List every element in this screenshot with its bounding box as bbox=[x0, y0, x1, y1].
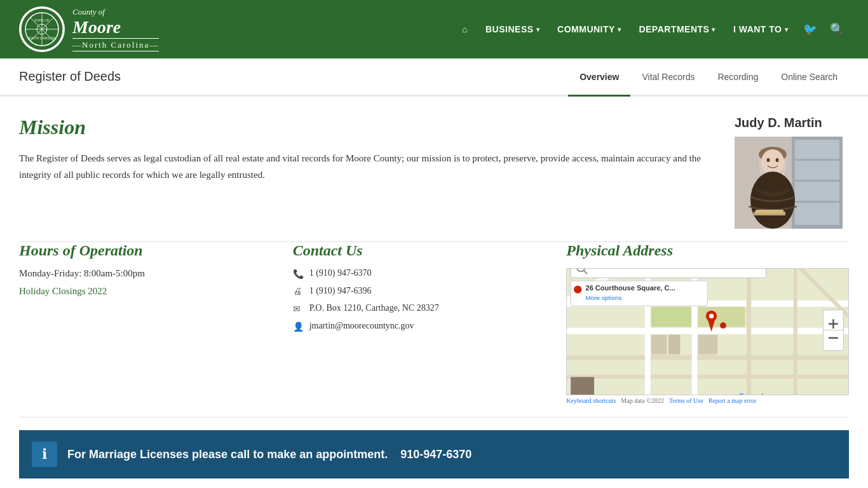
map-container[interactable]: 26 Courthouse Square, C... More options … bbox=[566, 268, 849, 395]
contact-address: ✉ P.O. Box 1210, Carthage, NC 28327 bbox=[293, 303, 529, 315]
svg-text:o: o bbox=[750, 392, 755, 395]
nav-i-want-to[interactable]: I WANT TO ▾ bbox=[726, 19, 796, 39]
twitter-icon[interactable]: 🐦 bbox=[798, 17, 822, 41]
main-nav: ⌂ BUSINESS ▾ COMMUNITY ▾ DEPARTMENTS ▾ I… bbox=[454, 17, 849, 41]
svg-text:More options: More options bbox=[586, 294, 622, 301]
svg-rect-39 bbox=[571, 269, 766, 278]
departments-caret: ▾ bbox=[712, 26, 715, 33]
svg-rect-37 bbox=[668, 335, 680, 355]
hours-section: Hours of Operation Monday-Friday: 8:00am… bbox=[19, 242, 274, 404]
hours-schedule: Monday-Friday: 8:00am-5:00pm bbox=[19, 268, 255, 279]
svg-point-49 bbox=[720, 322, 726, 329]
svg-point-18 bbox=[767, 158, 770, 162]
nav-home[interactable]: ⌂ bbox=[454, 19, 475, 39]
sub-tabs: Overview Vital Records Recording Online … bbox=[568, 59, 849, 95]
phone-icon: 📞 bbox=[293, 269, 303, 280]
svg-rect-11 bbox=[795, 140, 839, 159]
main-content: Mission The Register of Deeds serves as … bbox=[0, 97, 868, 241]
hours-title: Hours of Operation bbox=[19, 242, 255, 259]
svg-rect-61 bbox=[571, 377, 594, 395]
map-footer: Keyboard shortcuts Map data ©2022 Terms … bbox=[566, 397, 849, 404]
contact-phone: 📞 1 (910) 947-6370 bbox=[293, 268, 529, 280]
banner-text: For Marriage Licenses please call to mak… bbox=[67, 448, 388, 461]
svg-point-43 bbox=[574, 285, 581, 293]
mission-body: The Register of Deeds serves as legal cu… bbox=[19, 151, 709, 183]
tab-recording[interactable]: Recording bbox=[706, 59, 770, 97]
mail-icon: ✉ bbox=[293, 304, 303, 315]
physical-section: Physical Address bbox=[547, 242, 849, 404]
user-icon: 👤 bbox=[293, 322, 303, 332]
banner-icon: ℹ bbox=[32, 442, 57, 467]
holiday-link[interactable]: Holiday Closings 2022 bbox=[19, 286, 107, 296]
logo-area[interactable]: STATE OF NORTH CAROLINA County of Moore … bbox=[19, 6, 159, 52]
logo-circle: STATE OF NORTH CAROLINA bbox=[19, 6, 65, 52]
logo-text: County of Moore —North Carolina— bbox=[72, 7, 159, 52]
svg-text:g: g bbox=[756, 392, 761, 395]
svg-rect-27 bbox=[567, 375, 848, 379]
svg-text:STATE OF: STATE OF bbox=[34, 18, 50, 22]
home-icon: ⌂ bbox=[462, 24, 468, 34]
svg-rect-12 bbox=[795, 161, 839, 180]
svg-rect-26 bbox=[567, 355, 848, 360]
contact-fax: 🖨 1 (910) 947-6396 bbox=[293, 286, 529, 297]
svg-text:l: l bbox=[761, 392, 763, 395]
svg-rect-30 bbox=[747, 269, 751, 395]
business-caret: ▾ bbox=[536, 26, 540, 33]
svg-text:NORTH CAROLINA: NORTH CAROLINA bbox=[28, 36, 57, 40]
svg-point-19 bbox=[776, 158, 779, 162]
site-header: STATE OF NORTH CAROLINA County of Moore … bbox=[0, 0, 868, 58]
contact-title: Contact Us bbox=[293, 242, 529, 259]
banner-phone: 910-947-6370 bbox=[400, 448, 471, 461]
nav-business[interactable]: BUSINESS ▾ bbox=[478, 19, 547, 39]
info-icon: ℹ bbox=[42, 446, 47, 463]
content-left: Mission The Register of Deeds serves as … bbox=[19, 116, 709, 229]
contact-email: 👤 jmartin@moorecountync.gov bbox=[293, 321, 529, 332]
svg-rect-31 bbox=[794, 269, 797, 395]
tab-online-search[interactable]: Online Search bbox=[770, 59, 849, 97]
nav-community[interactable]: COMMUNITY ▾ bbox=[550, 19, 628, 39]
physical-title: Physical Address bbox=[566, 242, 849, 259]
svg-rect-25 bbox=[567, 328, 848, 334]
svg-rect-36 bbox=[651, 335, 667, 355]
official-photo bbox=[735, 137, 843, 229]
official-name: Judy D. Martin bbox=[735, 116, 849, 130]
svg-text:26 Courthouse Square, C...: 26 Courthouse Square, C... bbox=[586, 284, 675, 292]
contact-section: Contact Us 📞 1 (910) 947-6370 🖨 1 (910) … bbox=[274, 242, 548, 404]
bottom-divider bbox=[19, 417, 849, 417]
page-title: Register of Deeds bbox=[19, 59, 121, 94]
svg-rect-34 bbox=[651, 307, 691, 327]
tab-overview[interactable]: Overview bbox=[568, 59, 630, 97]
iwantto-caret: ▾ bbox=[785, 26, 789, 33]
svg-rect-14 bbox=[795, 203, 839, 225]
nav-departments[interactable]: DEPARTMENTS ▾ bbox=[631, 19, 723, 39]
community-caret: ▾ bbox=[618, 26, 621, 33]
svg-text:e: e bbox=[764, 392, 768, 395]
bottom-sections: Hours of Operation Monday-Friday: 8:00am… bbox=[0, 242, 868, 417]
svg-rect-38 bbox=[698, 335, 718, 355]
svg-rect-13 bbox=[795, 182, 839, 201]
svg-text:G: G bbox=[739, 392, 745, 395]
svg-rect-22 bbox=[756, 210, 783, 214]
search-icon[interactable]: 🔍 bbox=[825, 17, 849, 41]
content-right: Judy D. Martin bbox=[735, 116, 849, 229]
mission-title: Mission bbox=[19, 116, 709, 139]
svg-point-48 bbox=[709, 314, 714, 318]
tab-vital-records[interactable]: Vital Records bbox=[630, 59, 706, 97]
fax-icon: 🖨 bbox=[293, 287, 303, 297]
svg-text:o: o bbox=[745, 392, 750, 395]
svg-point-17 bbox=[761, 149, 784, 175]
subheader: Register of Deeds Overview Vital Records… bbox=[0, 58, 868, 97]
marriage-banner: ℹ For Marriage Licenses please call to m… bbox=[19, 430, 849, 478]
svg-point-20 bbox=[750, 172, 795, 229]
